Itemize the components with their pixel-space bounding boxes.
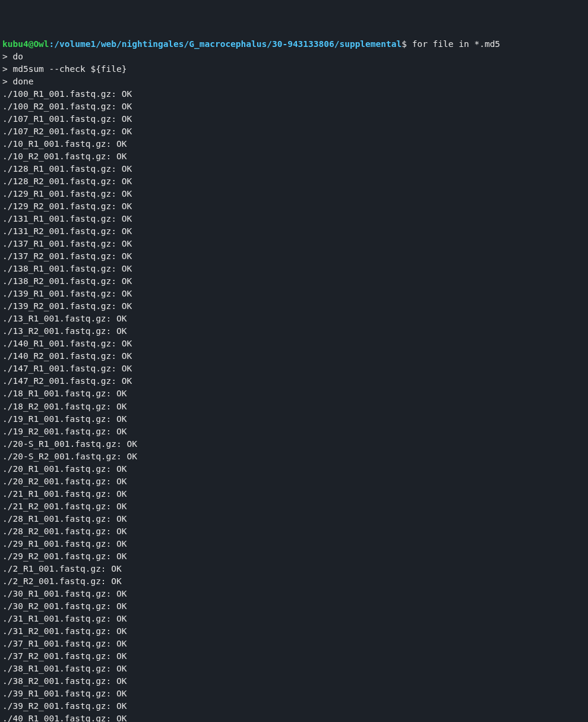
output-line: ./137_R1_001.fastq.gz: OK (2, 238, 586, 250)
output-line: ./131_R2_001.fastq.gz: OK (2, 225, 586, 238)
output-line: ./129_R1_001.fastq.gz: OK (2, 188, 586, 200)
output-line: ./28_R2_001.fastq.gz: OK (2, 525, 586, 538)
output-line: ./139_R1_001.fastq.gz: OK (2, 288, 586, 300)
output-line: ./147_R2_001.fastq.gz: OK (2, 375, 586, 387)
continuation-line: > do (2, 51, 586, 63)
output-line: ./139_R2_001.fastq.gz: OK (2, 300, 586, 313)
continuation-block: > do> md5sum --check ${file}> done (2, 51, 586, 88)
command-text (407, 39, 412, 49)
output-line: ./18_R1_001.fastq.gz: OK (2, 387, 586, 400)
user-host: kubu4@Owl (2, 39, 49, 49)
output-line: ./37_R2_001.fastq.gz: OK (2, 650, 586, 663)
output-line: ./131_R1_001.fastq.gz: OK (2, 213, 586, 225)
output-line: ./140_R1_001.fastq.gz: OK (2, 338, 586, 350)
output-line: ./28_R1_001.fastq.gz: OK (2, 513, 586, 525)
output-line: ./138_R2_001.fastq.gz: OK (2, 275, 586, 288)
output-line: ./10_R1_001.fastq.gz: OK (2, 138, 586, 150)
output-line: ./140_R2_001.fastq.gz: OK (2, 350, 586, 362)
output-line: ./20-S_R2_001.fastq.gz: OK (2, 450, 586, 463)
output-line: ./30_R1_001.fastq.gz: OK (2, 588, 586, 600)
prompt-colon: : (49, 39, 55, 49)
output-line: ./21_R1_001.fastq.gz: OK (2, 488, 586, 500)
terminal-output[interactable]: kubu4@Owl:/volume1/web/nightingales/G_ma… (0, 37, 588, 722)
output-line: ./29_R1_001.fastq.gz: OK (2, 538, 586, 550)
output-line: ./30_R2_001.fastq.gz: OK (2, 600, 586, 613)
continuation-line: > md5sum --check ${file} (2, 63, 586, 75)
output-line: ./100_R2_001.fastq.gz: OK (2, 100, 586, 113)
output-line: ./107_R2_001.fastq.gz: OK (2, 125, 586, 138)
output-line: ./2_R1_001.fastq.gz: OK (2, 563, 586, 575)
output-line: ./128_R1_001.fastq.gz: OK (2, 163, 586, 175)
output-line: ./2_R2_001.fastq.gz: OK (2, 575, 586, 588)
output-line: ./29_R2_001.fastq.gz: OK (2, 550, 586, 563)
output-line: ./39_R2_001.fastq.gz: OK (2, 700, 586, 712)
output-line: ./100_R1_001.fastq.gz: OK (2, 88, 586, 100)
output-line: ./10_R2_001.fastq.gz: OK (2, 150, 586, 163)
output-line: ./19_R2_001.fastq.gz: OK (2, 425, 586, 438)
output-line: ./107_R1_001.fastq.gz: OK (2, 113, 586, 125)
output-line: ./147_R1_001.fastq.gz: OK (2, 362, 586, 375)
output-line: ./39_R1_001.fastq.gz: OK (2, 688, 586, 700)
output-line: ./38_R2_001.fastq.gz: OK (2, 675, 586, 688)
output-line: ./129_R2_001.fastq.gz: OK (2, 200, 586, 213)
output-line: ./128_R2_001.fastq.gz: OK (2, 175, 586, 188)
output-line: ./31_R1_001.fastq.gz: OK (2, 613, 586, 625)
output-line: ./20-S_R1_001.fastq.gz: OK (2, 438, 586, 450)
output-line: ./19_R1_001.fastq.gz: OK (2, 413, 586, 425)
output-line: ./18_R2_001.fastq.gz: OK (2, 401, 586, 413)
output-line: ./20_R1_001.fastq.gz: OK (2, 463, 586, 475)
dollar-sign: $ (402, 39, 407, 49)
output-line: ./13_R2_001.fastq.gz: OK (2, 325, 586, 338)
output-line: ./13_R1_001.fastq.gz: OK (2, 313, 586, 325)
output-line: ./40_R1_001.fastq.gz: OK (2, 712, 586, 722)
output-line: ./38_R1_001.fastq.gz: OK (2, 663, 586, 675)
command-input: for file in *.md5 (412, 39, 500, 49)
continuation-line: > done (2, 75, 586, 88)
output-line: ./31_R2_001.fastq.gz: OK (2, 625, 586, 638)
prompt-line: kubu4@Owl:/volume1/web/nightingales/G_ma… (2, 38, 586, 51)
output-line: ./21_R2_001.fastq.gz: OK (2, 500, 586, 513)
output-line: ./20_R2_001.fastq.gz: OK (2, 475, 586, 488)
output-line: ./137_R2_001.fastq.gz: OK (2, 250, 586, 263)
current-path: /volume1/web/nightingales/G_macrocephalu… (54, 39, 402, 49)
output-block: ./100_R1_001.fastq.gz: OK./100_R2_001.fa… (2, 88, 586, 722)
output-line: ./37_R1_001.fastq.gz: OK (2, 638, 586, 650)
output-line: ./138_R1_001.fastq.gz: OK (2, 263, 586, 275)
